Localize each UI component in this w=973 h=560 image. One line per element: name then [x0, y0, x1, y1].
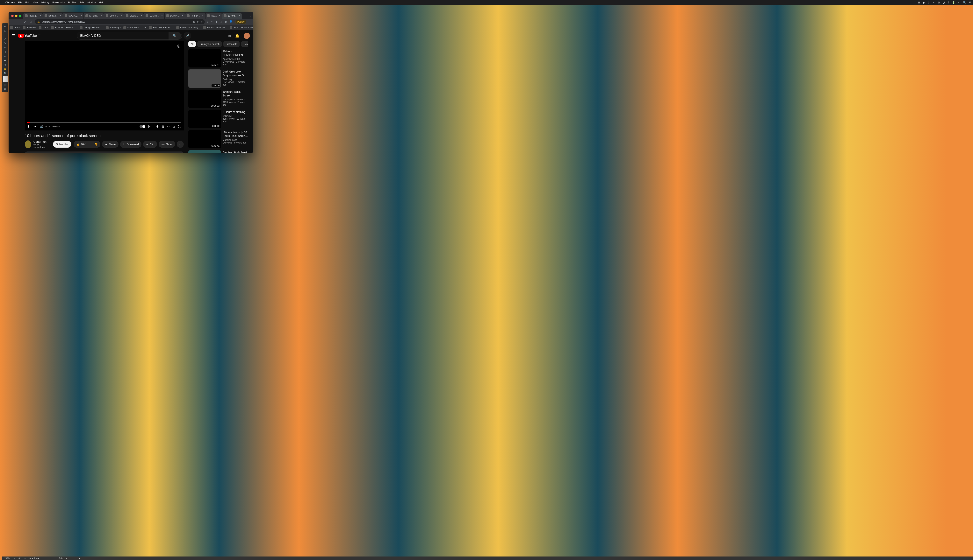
close-tab-icon[interactable]: × [219, 14, 220, 17]
notifications-button[interactable]: 🔔 [235, 33, 239, 38]
video-thumbnail[interactable]: 10:00:01 [188, 49, 221, 67]
browser-tab[interactable]: Issuu.com - Calend…× [43, 13, 63, 19]
menu-profiles[interactable]: Profiles [68, 1, 77, 4]
tool-icon[interactable]: T [2, 33, 8, 37]
cast-button[interactable]: ⎚ [173, 125, 175, 128]
minimize-window-button[interactable] [15, 15, 18, 17]
browser-tab[interactable]: (3) InDesign user re…× [185, 13, 205, 19]
fullscreen-window-button[interactable] [19, 15, 22, 17]
tool-icon[interactable]: ✋ [2, 67, 8, 71]
close-tab-icon[interactable]: × [141, 14, 142, 17]
browser-tab[interactable]: Users: Target audie…× [104, 13, 124, 19]
tool-icon[interactable]: ▦ [2, 87, 8, 92]
menu-view[interactable]: View [33, 1, 38, 4]
bookmark-item[interactable]: Issuu Week Daily… [176, 26, 201, 29]
forward-button[interactable]: → [16, 20, 21, 23]
status-icon[interactable]: ◐ [923, 1, 925, 4]
recommendation-item[interactable]: 3:51:22Ambient Study Music To Concentrat… [188, 150, 248, 153]
bookmark-item[interactable]: Illustrations — UI8 [124, 26, 146, 29]
home-button[interactable]: ⌂ [29, 20, 33, 23]
profile-avatar-icon[interactable]: 👤 [229, 20, 232, 23]
battery-icon[interactable]: 🔋 [952, 1, 955, 4]
download-button[interactable]: ⬇Download [120, 141, 142, 148]
recommendation-item[interactable]: 10:00:00[ 8K resolution ] - 10 Hours Bla… [188, 130, 248, 148]
menu-bookmarks[interactable]: Bookmarks [52, 1, 65, 4]
new-tab-button[interactable]: ＋ [242, 13, 247, 19]
rec-channel[interactable]: Matthias Lang [222, 138, 248, 142]
rec-channel[interactable]: YoShibyl [222, 115, 248, 117]
menu-edit[interactable]: Edit [25, 1, 30, 4]
video-thumbnail[interactable]: 3:00:00 [188, 110, 221, 128]
bookmark-item[interactable]: YouTube [23, 26, 36, 29]
share-button[interactable]: ↪Share [102, 141, 119, 148]
theater-button[interactable]: ▭ [167, 125, 170, 128]
zoom-level[interactable]: 150% [4, 557, 10, 559]
site-info-icon[interactable]: 🔒 [37, 20, 40, 23]
create-button[interactable]: ⊞ [228, 33, 231, 38]
bookmark-item[interactable]: Maps [39, 26, 48, 29]
recommendation-item[interactable]: 10:00:0110 Hour BLACKSCREEN !Apocalypse1… [188, 49, 248, 67]
extension-icon[interactable]: ◉ [224, 20, 227, 23]
video-thumbnail[interactable]: 10:10:02 [188, 90, 221, 108]
volume-button[interactable]: 🔊 [40, 125, 43, 128]
install-app-icon[interactable]: ⊕ [193, 20, 195, 23]
tool-icon[interactable]: ✂ [2, 54, 8, 58]
account-avatar[interactable] [244, 33, 250, 39]
menu-file[interactable]: File [18, 1, 22, 4]
close-tab-icon[interactable]: × [80, 14, 82, 17]
bookmark-star-icon[interactable]: ☆ [201, 20, 203, 23]
bookmark-item[interactable]: Edit - UX & Desig… [149, 26, 173, 29]
info-card-icon[interactable]: ⓘ [176, 43, 181, 49]
close-tab-icon[interactable]: × [60, 14, 61, 17]
extension-icon[interactable]: ◆ [216, 20, 217, 23]
status-icon[interactable]: ☁ [932, 1, 935, 4]
update-chrome-button[interactable]: Update [235, 20, 246, 24]
status-icon[interactable]: ⊞ [918, 1, 920, 4]
browser-tab[interactable]: Distribute Your Digi…× [124, 13, 144, 19]
close-tab-icon[interactable]: × [182, 14, 183, 17]
bookmark-item[interactable]: Gmail [10, 26, 20, 29]
play-icon[interactable]: ▶ [79, 557, 80, 560]
voice-search-button[interactable]: 🎤 [184, 32, 191, 40]
tool-icon[interactable]: ⬢ [2, 58, 8, 63]
bookmark-item[interactable]: Issuu - Publication [230, 26, 252, 29]
filter-chip[interactable]: From your search [197, 41, 222, 47]
browser-tab[interactable]: (3) Brief: Social Pos…× [84, 13, 104, 19]
extensions-menu-icon[interactable]: ✦ [211, 20, 213, 23]
status-icon[interactable]: ⏻ [943, 1, 945, 4]
tab-overflow-button[interactable]: ⌄ [247, 13, 253, 19]
share-icon[interactable]: ⇪ [197, 20, 199, 23]
guide-menu-button[interactable]: ☰ [12, 33, 15, 38]
save-button[interactable]: ≡+Save [159, 141, 175, 148]
subscribe-button[interactable]: Subscribe [53, 141, 71, 148]
tool-icon[interactable]: ／ [2, 37, 8, 41]
search-button[interactable]: 🔍 [169, 32, 181, 40]
captions-button[interactable]: CC [149, 125, 153, 128]
browser-tab[interactable]: LUMINA Trifold Broc…× [165, 13, 185, 19]
browser-tab[interactable]: Issuu - YouTube× [206, 13, 222, 19]
pause-button[interactable]: ⏸ [27, 125, 30, 128]
close-window-button[interactable] [11, 15, 13, 17]
back-button[interactable]: ← [10, 20, 15, 23]
search-icon[interactable]: 🔍 [963, 1, 966, 4]
extension-icon[interactable]: ▸ [207, 20, 208, 23]
status-icon[interactable]: ⊡ [938, 1, 940, 4]
close-tab-icon[interactable]: × [161, 14, 163, 17]
settings-gear-icon[interactable]: ⚙ [156, 125, 159, 128]
filter-chip[interactable]: Listenable [223, 41, 239, 47]
tool-icon[interactable]: ◈ [2, 63, 8, 67]
video-player[interactable]: ⓘ ⏸ ⏭ 🔊 0:12 / 10:00:00 CC ⚙ ⧉ [25, 41, 184, 130]
fill-swatch[interactable] [3, 76, 8, 82]
menu-tab[interactable]: Tab [80, 1, 84, 4]
bookmark-item[interactable]: Explore redesign… [203, 26, 227, 29]
tool-icon[interactable]: ▭ [2, 45, 8, 50]
channel-avatar[interactable] [25, 140, 31, 148]
close-tab-icon[interactable]: × [121, 14, 122, 17]
bookmark-item[interactable]: Design System -… [80, 26, 103, 29]
video-thumbnail[interactable]: 3:51:22 [188, 150, 221, 153]
description-box[interactable]: 20M views 8 years ago A black screen for… [25, 152, 184, 153]
rec-channel[interactable]: Brain key [222, 78, 248, 81]
close-tab-icon[interactable]: × [40, 14, 41, 17]
status-icon[interactable]: ⊚ [928, 1, 930, 4]
more-actions-button[interactable]: ⋯ [177, 141, 184, 148]
